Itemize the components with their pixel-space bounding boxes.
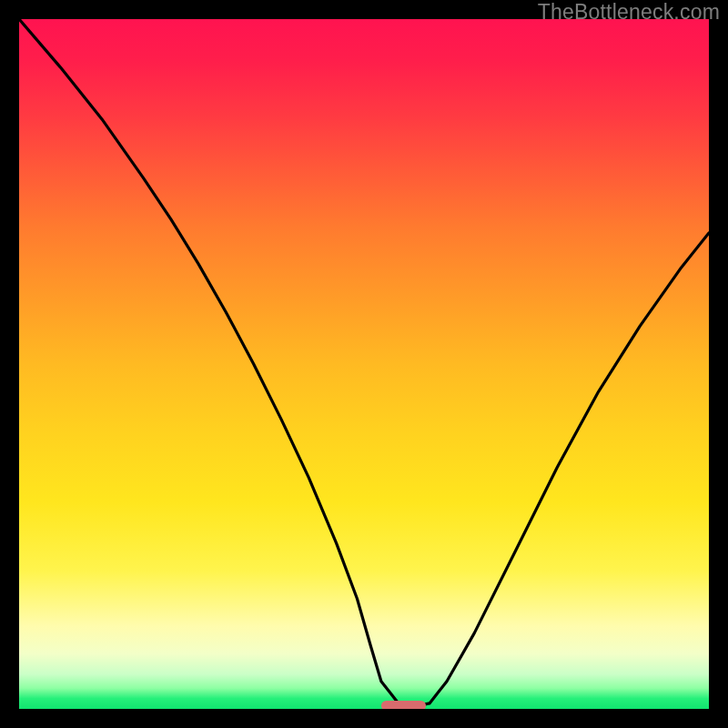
- optimal-marker: [381, 701, 426, 709]
- plot-area: [19, 19, 709, 709]
- bottleneck-curve: [19, 19, 709, 709]
- chart-frame: TheBottleneck.com: [0, 0, 728, 728]
- watermark-text: TheBottleneck.com: [538, 0, 720, 25]
